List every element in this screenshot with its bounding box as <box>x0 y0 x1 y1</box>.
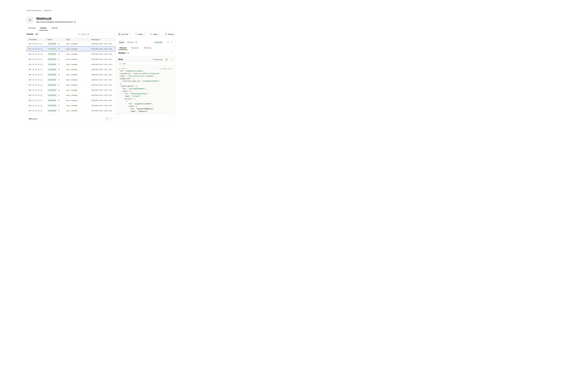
retry-icon[interactable] <box>58 43 60 44</box>
refresh-button[interactable]: Refresh <box>163 32 176 36</box>
json-line: "previous_plan_id": "aezmBVpPksWVY6FT" <box>118 80 173 82</box>
cell-message-id: b4925365-b8cf-42b7-a76… <box>92 48 112 50</box>
retry-icon[interactable] <box>58 79 60 80</box>
url-row: http://mock.hookdeck.com/webhooks/events <box>36 21 76 23</box>
filter-by-id-input[interactable]: Filter by ID <box>77 32 115 36</box>
table-row[interactable]: NOV 18 10:17:22 Successful user.created … <box>27 62 115 67</box>
events-heading: Events <box>27 33 33 35</box>
detail-tab-response[interactable]: Response <box>130 46 140 50</box>
arrow-up-icon <box>172 68 173 69</box>
topics-dropdown[interactable]: Topics <box>148 32 162 36</box>
status-badge: Successful <box>48 48 57 50</box>
copy-url-icon[interactable] <box>74 21 76 23</box>
cell-timestamp: NOV 18 10:17:22 <box>29 89 42 91</box>
retry-icon[interactable] <box>58 89 60 91</box>
chevron-up-icon[interactable] <box>171 58 173 60</box>
filter-label: Last 24h <box>121 33 128 35</box>
breadcrumb-item-webhook[interactable]: Webhook <box>44 10 51 12</box>
close-panel-icon[interactable] <box>171 42 173 43</box>
status-badge: Successful <box>48 58 57 60</box>
chevron-down-icon <box>144 34 146 35</box>
breadcrumb-item-event-destinations[interactable]: Event Destinations <box>27 10 41 12</box>
retry-icon[interactable] <box>58 104 60 106</box>
body-filter-input[interactable]: Filter <box>118 62 173 66</box>
retry-icon[interactable] <box>58 74 60 76</box>
tab-label: Settings <box>51 27 58 29</box>
table-row[interactable]: NOV 18 10:17:22 Successful user.created … <box>27 56 115 62</box>
cell-topic: user.created <box>66 58 77 60</box>
column-message-id: Message ID <box>92 38 100 40</box>
events-table: Timestamp Status Topic Message ID NOV 18… <box>27 38 115 122</box>
cell-topic: user.created <box>66 94 77 96</box>
table-row[interactable]: NOV 18 10:17:22 Successful user.created … <box>27 98 115 103</box>
cell-topic: user.created <box>66 104 77 106</box>
table-row[interactable]: NOV 18 10:17:22 Successful user.created … <box>27 108 115 113</box>
table-row[interactable]: NOV 18 10:17:22 Successful user.created … <box>27 113 115 115</box>
table-row[interactable]: NOV 18 10:17:22 Successful user.created … <box>27 103 115 108</box>
chevron-down-icon[interactable] <box>171 52 173 54</box>
table-row[interactable]: NOV 18 10:17:22 Successful user.created … <box>27 82 115 88</box>
table-row[interactable]: NOV 18 10:17:22 Successful user.created … <box>27 67 115 72</box>
json-line: "created_at": "2024-10-10T09:15:50+00:00… <box>118 72 173 75</box>
json-line: "properties": { <box>118 78 173 80</box>
json-items-meta[interactable]: {1 item <box>118 68 127 70</box>
previous-page-button[interactable] <box>106 117 109 120</box>
destination-url: http://mock.hookdeck.com/webhooks/events <box>36 21 73 23</box>
body-label: Body <box>118 58 123 60</box>
table-row-selected[interactable]: NOV 18 10:17:22 Successful user.created … <box>27 46 115 52</box>
table-row[interactable]: NOV 18 10:17:22 Successful user.created … <box>27 77 115 82</box>
table-row[interactable]: NOV 18 10:17:22 Successful user.created … <box>27 93 115 98</box>
next-page-button[interactable] <box>110 117 114 120</box>
retry-icon[interactable] <box>58 84 60 86</box>
tab-overview[interactable]: Overview <box>27 26 37 30</box>
content: Event Destinations / Webhook Webhook htt… <box>27 0 176 131</box>
detail-tab-request[interactable]: Request <box>118 46 128 50</box>
status-badge: Successful <box>48 68 57 71</box>
retry-icon[interactable] <box>58 64 60 65</box>
tab-settings[interactable]: Settings <box>50 26 59 30</box>
json-line: "subscription": { <box>118 85 173 88</box>
retry-icon[interactable] <box>58 94 60 96</box>
tab-label: Overview <box>28 27 36 29</box>
detail-tab-label: Request <box>120 47 126 49</box>
table-row[interactable]: NOV 18 10:17:22 Successful user.created … <box>27 88 115 93</box>
table-row[interactable]: NOV 18 10:17:22 Successful user.created … <box>27 41 115 46</box>
retry-icon[interactable] <box>58 53 60 55</box>
last-24h-dropdown[interactable]: Last 24h <box>117 32 132 36</box>
detail-tab-metadata[interactable]: Metadata <box>142 46 152 50</box>
table-row[interactable]: NOV 18 10:17:22 Successful user.created … <box>27 72 115 77</box>
status-badge: Successful <box>48 89 57 91</box>
structured-toggle[interactable]: Structured <box>152 58 163 60</box>
json-line: "item": { <box>118 105 173 108</box>
detail-header: Event Attempts 3 Successful RequestRespo… <box>116 38 176 50</box>
status-badge: Successful <box>48 94 57 96</box>
copy-body-icon[interactable] <box>166 58 168 60</box>
body-filter-placeholder: Filter <box>122 63 126 65</box>
attempts-link[interactable]: Attempts <box>127 41 134 43</box>
headers-section[interactable]: Headers 3 <box>116 50 176 56</box>
cell-timestamp: NOV 18 10:17:22 <box>29 84 42 86</box>
table-row[interactable]: NOV 18 10:17:22 Successful user.created … <box>27 52 115 56</box>
retry-event-icon[interactable] <box>167 42 169 43</box>
json-items-label: {1 item <box>118 68 125 70</box>
cell-timestamp: NOV 18 10:17:22 <box>29 53 42 55</box>
collapse-all-button[interactable]: Collapse all <box>159 68 173 70</box>
status-dropdown[interactable]: Status <box>134 32 147 36</box>
cell-message-id: b4925365-b8cf-42b7-a76… <box>92 94 112 96</box>
cell-topic: user.created <box>66 84 77 86</box>
structured-label: Structured <box>155 58 163 60</box>
retry-icon[interactable] <box>58 58 60 60</box>
tab-events[interactable]: Events <box>39 26 48 30</box>
breadcrumb: Event Destinations / Webhook <box>27 10 51 12</box>
cell-topic: user.created <box>66 74 77 76</box>
retry-icon[interactable] <box>58 110 60 112</box>
json-line: "prices": [ <box>118 98 173 100</box>
cell-message-id: b4925365-b8cf-42b7-a76… <box>92 79 112 80</box>
event-chip[interactable]: Event <box>118 40 125 44</box>
retry-icon[interactable] <box>58 48 60 50</box>
json-line: "type": "subscription.plan_changed", <box>118 75 173 78</box>
retry-icon[interactable] <box>58 68 60 70</box>
json-line: "name": "Growth", <box>118 95 173 98</box>
retry-icon[interactable] <box>58 100 60 101</box>
events-count-badge: 472 <box>34 33 39 36</box>
